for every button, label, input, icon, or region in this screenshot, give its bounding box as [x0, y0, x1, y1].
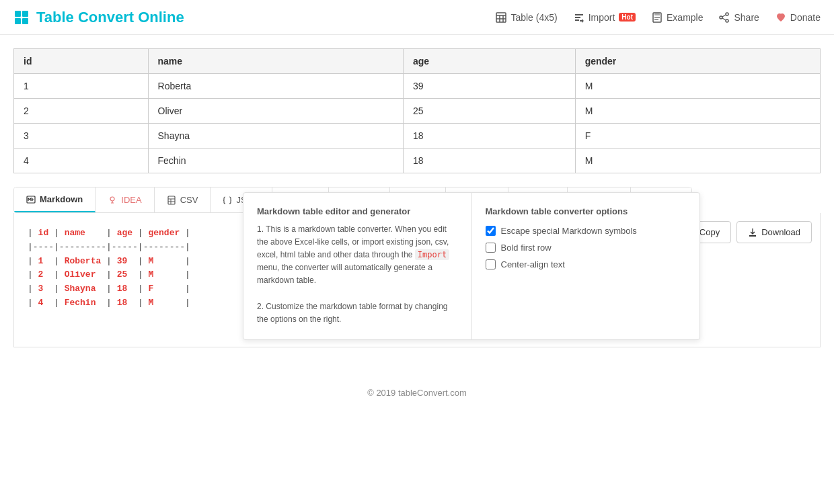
checkbox-item-escape: Escape special Markdown symbols — [486, 226, 687, 236]
table-header-row: id name age gender — [14, 49, 821, 74]
example-icon — [652, 12, 662, 23]
options-list: Escape special Markdown symbolsBold firs… — [486, 226, 687, 269]
copy-label: Copy — [699, 227, 720, 237]
logo-text: Table Convert Online — [36, 9, 184, 26]
checkbox-escape[interactable] — [486, 226, 496, 236]
table-cell[interactable]: M — [575, 99, 820, 124]
data-table: id name age gender 1Roberta39M2Oliver25M… — [13, 48, 821, 173]
json-icon — [223, 196, 232, 205]
footer: © 2019 tableConvert.com — [0, 374, 834, 411]
idea-icon — [108, 196, 117, 205]
table-cell[interactable]: 39 — [403, 74, 575, 99]
table-cell[interactable]: Roberta — [148, 74, 403, 99]
table-cell[interactable]: 18 — [403, 149, 575, 173]
svg-line-16 — [722, 15, 726, 17]
table-cell[interactable]: Shayna — [148, 124, 403, 149]
info-left-title: Markdown table editor and generator — [257, 206, 458, 216]
checkbox-label-escape: Escape special Markdown symbols — [501, 226, 637, 236]
svg-rect-3 — [22, 18, 28, 24]
info-right-panel: Markdown table converter options Escape … — [472, 193, 700, 340]
nav-table-label: Table (4x5) — [510, 12, 557, 23]
svg-point-19 — [110, 197, 114, 201]
table-row: 3Shayna18F — [14, 124, 821, 149]
table-row: 2Oliver25M — [14, 99, 821, 124]
header: Table Convert Online Table (4x5) Import … — [0, 0, 834, 35]
csv-icon — [167, 196, 176, 205]
checkbox-item-center: Center-align text — [486, 259, 687, 269]
tab-csv[interactable]: CSV — [155, 187, 211, 212]
table-cell[interactable]: M — [575, 149, 820, 173]
svg-rect-4 — [496, 13, 506, 22]
table-cell[interactable]: 2 — [14, 99, 149, 124]
svg-rect-1 — [22, 11, 28, 17]
table-row: 1Roberta39M — [14, 74, 821, 99]
nav-share[interactable]: Share — [719, 12, 759, 23]
table-cell[interactable]: Fechin — [148, 149, 403, 173]
svg-line-17 — [722, 18, 726, 20]
tab-markdown-label: Markdown — [40, 194, 83, 204]
info-left-text: 1. This is a markdown table converter. W… — [257, 223, 458, 327]
svg-rect-0 — [15, 11, 21, 17]
main-content: id name age gender 1Roberta39M2Oliver25M… — [0, 35, 834, 361]
import-icon — [574, 12, 584, 23]
col-header-age: age — [403, 49, 575, 74]
download-icon — [748, 228, 757, 237]
nav-import[interactable]: Import Hot — [574, 12, 636, 23]
table-cell[interactable]: 1 — [14, 74, 149, 99]
table-cell[interactable]: 4 — [14, 149, 149, 173]
import-inline-code: Import — [415, 249, 449, 260]
markdown-icon — [26, 195, 36, 204]
nav-donate[interactable]: Donate — [775, 12, 821, 23]
table-cell[interactable]: 18 — [403, 124, 575, 149]
info-left-panel: Markdown table editor and generator 1. T… — [243, 193, 472, 340]
table-cell[interactable]: Oliver — [148, 99, 403, 124]
tab-idea[interactable]: IDEA — [96, 187, 154, 212]
table-cell[interactable]: 25 — [403, 99, 575, 124]
col-header-name: name — [148, 49, 403, 74]
nav-donate-label: Donate — [790, 12, 821, 23]
heart-icon — [775, 12, 786, 23]
nav-share-label: Share — [734, 12, 759, 23]
table-row: 4Fechin18M — [14, 149, 821, 173]
svg-point-15 — [726, 19, 728, 22]
nav-table[interactable]: Table (4x5) — [496, 12, 557, 23]
checkbox-center[interactable] — [486, 259, 496, 269]
col-header-gender: gender — [575, 49, 820, 74]
tab-markdown[interactable]: Markdown — [14, 187, 96, 212]
tab-csv-label: CSV — [180, 195, 198, 205]
options-title: Markdown table converter options — [486, 206, 687, 216]
svg-rect-10 — [654, 13, 660, 15]
table-cell[interactable]: F — [575, 124, 820, 149]
checkbox-label-center: Center-align text — [501, 259, 565, 269]
share-icon — [719, 12, 730, 23]
svg-rect-22 — [168, 196, 175, 204]
main-nav: Table (4x5) Import Hot Example — [496, 12, 821, 23]
svg-point-14 — [720, 16, 722, 19]
logo-area: Table Convert Online — [13, 9, 184, 26]
footer-text: © 2019 tableConvert.com — [367, 388, 467, 398]
svg-point-13 — [726, 13, 728, 15]
download-button[interactable]: Download — [736, 221, 812, 243]
info-text-3: 2. Customize the markdown table format b… — [257, 302, 447, 324]
nav-import-label: Import — [589, 12, 615, 23]
table-cell[interactable]: 3 — [14, 124, 149, 149]
output-section: Options Copy Download | id | n — [13, 213, 821, 347]
checkbox-label-bold: Bold first row — [501, 243, 552, 253]
info-popup: Markdown table editor and generator 1. T… — [243, 192, 700, 341]
tab-idea-label: IDEA — [121, 195, 141, 205]
nav-example[interactable]: Example — [652, 12, 703, 23]
svg-rect-2 — [15, 18, 21, 24]
checkbox-item-bold: Bold first row — [486, 243, 687, 253]
nav-example-label: Example — [667, 12, 703, 23]
info-text-2: menu, the converter will automatically g… — [257, 263, 432, 285]
logo-icon — [13, 9, 30, 26]
hot-badge: Hot — [619, 13, 636, 22]
checkbox-bold[interactable] — [486, 243, 496, 253]
col-header-id: id — [14, 49, 149, 74]
table-cell[interactable]: M — [575, 74, 820, 99]
table-icon — [496, 12, 506, 23]
download-label: Download — [761, 227, 800, 237]
